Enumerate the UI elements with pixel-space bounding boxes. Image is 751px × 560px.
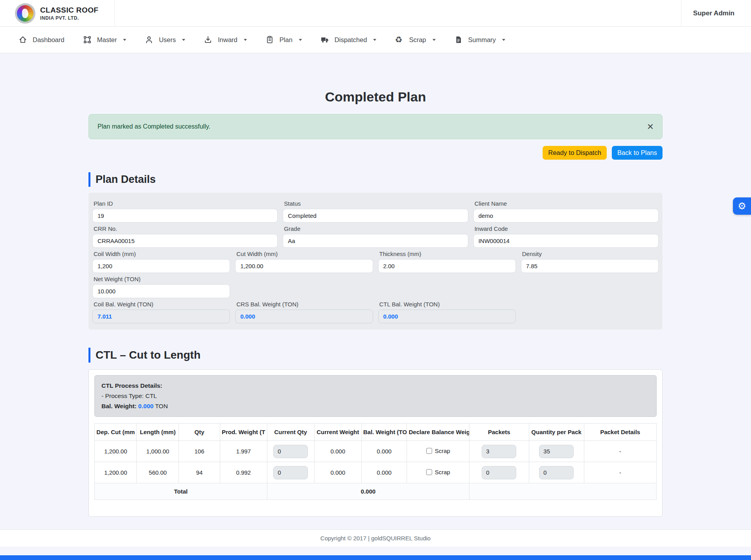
chevron-down-icon — [123, 39, 126, 41]
ctl-bal-weight-label: CTL Bal. Weight (TON) — [379, 301, 516, 308]
document-icon — [454, 35, 463, 44]
nav-item-scrap[interactable]: ♻ Scrap — [395, 35, 435, 44]
scrap-checkbox[interactable] — [426, 448, 432, 454]
current-qty-input[interactable] — [273, 466, 308, 479]
col-header-length: Length (mm) — [137, 424, 179, 441]
user-label: Super Admin — [693, 9, 734, 17]
brand[interactable]: CLASSIC ROOF INDIA PVT. LTD. — [0, 0, 115, 26]
nav-item-label: Dashboard — [33, 36, 64, 44]
process-details-title: CTL Process Details: — [101, 381, 650, 391]
nav-item-plan[interactable]: Plan — [265, 35, 302, 44]
current-weight-cell: 0.000 — [314, 462, 361, 483]
packets-input[interactable] — [482, 466, 516, 479]
bottom-accent-strip — [0, 555, 751, 560]
density-field: Density — [521, 248, 659, 273]
grade-label: Grade — [284, 225, 468, 232]
chevron-down-icon — [433, 39, 436, 41]
inward-code-input[interactable] — [473, 234, 659, 248]
dep-cut-cell: 1,200.00 — [95, 462, 137, 483]
status-input[interactable] — [283, 209, 468, 223]
user-menu[interactable]: Super Admin — [681, 0, 751, 26]
nav-item-dispatched[interactable]: Dispatched — [320, 35, 377, 44]
thickness-input[interactable] — [378, 259, 516, 273]
prod-weight-cell: 1.997 — [220, 441, 267, 462]
settings-button[interactable]: ⚙ — [733, 197, 751, 215]
nav-item-label: Scrap — [409, 36, 426, 44]
nav-item-summary[interactable]: Summary — [454, 35, 506, 44]
grade-input[interactable] — [283, 234, 468, 248]
packets-input[interactable] — [482, 445, 516, 458]
crr-no-field: CRR No. — [92, 223, 278, 248]
ctl-table-total-row: Total 0.000 — [95, 483, 657, 500]
plan-id-input[interactable] — [92, 209, 278, 223]
current-qty-cell — [267, 441, 314, 462]
chevron-down-icon — [502, 39, 505, 41]
grade-field: Grade — [283, 223, 468, 248]
nav-item-label: Plan — [280, 36, 293, 44]
nav-item-inward[interactable]: Inward — [204, 35, 247, 44]
app-header: CLASSIC ROOF INDIA PVT. LTD. Super Admin — [0, 0, 751, 27]
status-field: Status — [283, 197, 468, 223]
crr-no-input[interactable] — [92, 234, 278, 248]
clipboard-icon — [265, 35, 274, 44]
total-empty-cell — [469, 483, 657, 500]
col-header-bal-weight: Bal. Weight (TO — [361, 424, 407, 441]
nav-item-label: Users — [159, 36, 176, 44]
coil-bal-weight-value: 7.011 — [92, 309, 230, 323]
scrap-option[interactable]: Scrap — [426, 448, 450, 454]
nav-item-label: Summary — [468, 36, 496, 44]
thickness-field: Thickness (mm) — [378, 248, 516, 273]
vector-square-icon — [83, 35, 92, 44]
nav-item-dashboard[interactable]: Dashboard — [18, 35, 64, 44]
chevron-down-icon — [373, 39, 376, 41]
scrap-option[interactable]: Scrap — [426, 469, 450, 475]
crs-bal-weight-label: CRS Bal. Weight (TON) — [236, 301, 373, 308]
prod-weight-cell: 0.992 — [220, 462, 267, 483]
cut-width-input[interactable] — [235, 259, 373, 273]
copyright-text: Copyright © 2017 | goldSQUIRREL Studio — [320, 535, 431, 542]
brand-subname: INDIA PVT. LTD. — [40, 15, 98, 21]
truck-icon — [320, 35, 329, 44]
net-weight-label: Net Weight (TON) — [94, 276, 230, 282]
page-title: Completed Plan — [88, 89, 663, 105]
client-name-input[interactable] — [473, 209, 659, 223]
ctl-bal-weight-field: CTL Bal. Weight (TON) 0.000 — [378, 298, 516, 323]
close-icon[interactable]: × — [647, 121, 653, 132]
nav-item-master[interactable]: Master — [83, 35, 126, 44]
density-label: Density — [522, 251, 659, 257]
declare-balance-cell: Scrap — [407, 462, 469, 483]
qty-cell: 94 — [179, 462, 220, 483]
thickness-label: Thickness (mm) — [379, 251, 516, 257]
main-nav: Dashboard Master Users Inward Plan Dispa… — [0, 27, 751, 53]
success-alert: Plan marked as Completed successfully. × — [88, 114, 663, 139]
client-name-field: Client Name — [473, 197, 659, 223]
total-label-cell: Total — [95, 483, 267, 500]
ctl-table-row: 1,200.00 560.00 94 0.992 0.000 0.000 Scr… — [95, 462, 657, 483]
coil-width-input[interactable] — [92, 259, 230, 273]
declare-balance-cell: Scrap — [407, 441, 469, 462]
back-to-plans-button[interactable]: Back to Plans — [612, 146, 663, 160]
scrap-checkbox[interactable] — [426, 469, 432, 475]
status-label: Status — [284, 200, 468, 207]
col-header-packets: Packets — [469, 424, 529, 441]
nav-item-users[interactable]: Users — [145, 35, 185, 44]
net-weight-input[interactable] — [92, 284, 230, 298]
coil-bal-weight-field: Coil Bal. Weight (TON) 7.011 — [92, 298, 230, 323]
plan-id-field: Plan ID — [92, 197, 278, 223]
inward-code-field: Inward Code — [473, 223, 659, 248]
col-header-dep-cut: Dep. Cut (mm — [95, 424, 137, 441]
current-qty-input[interactable] — [273, 445, 308, 458]
length-cell: 560.00 — [137, 462, 179, 483]
crs-bal-weight-field: CRS Bal. Weight (TON) 0.000 — [235, 298, 373, 323]
qty-per-packet-input[interactable] — [539, 466, 574, 479]
chevron-down-icon — [244, 39, 247, 41]
ctl-section: CTL Process Details: - Process Type: CTL… — [88, 369, 663, 517]
alert-message: Plan marked as Completed successfully. — [98, 123, 210, 130]
cut-width-field: Cut Width (mm) — [235, 248, 373, 273]
col-header-qty: Qty — [179, 424, 220, 441]
ready-to-dispatch-button[interactable]: Ready to Dispatch — [543, 146, 607, 160]
qty-per-packet-input[interactable] — [539, 445, 574, 458]
ctl-table-row: 1,200.00 1,000.00 106 1.997 0.000 0.000 … — [95, 441, 657, 462]
coil-width-label: Coil Width (mm) — [94, 251, 230, 257]
density-input[interactable] — [521, 259, 659, 273]
